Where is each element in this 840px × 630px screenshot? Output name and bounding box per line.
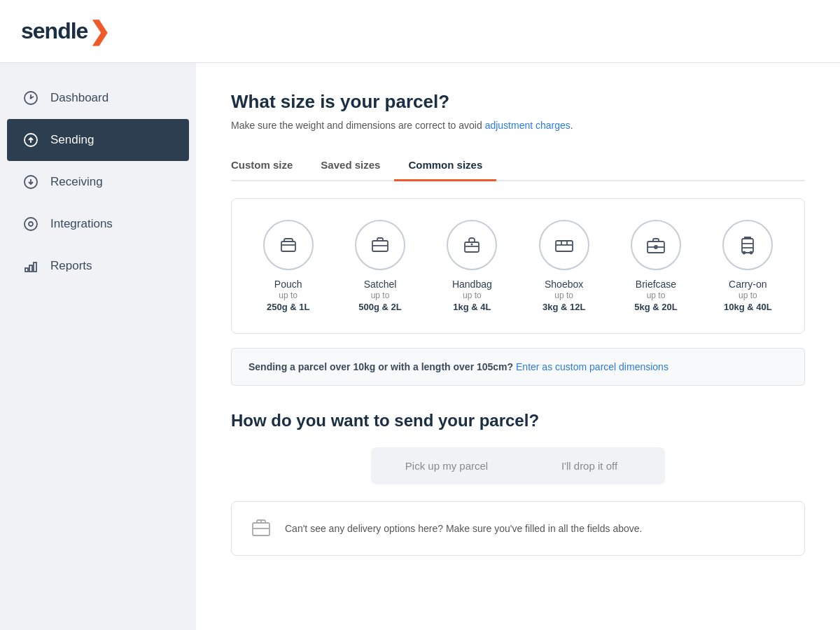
tab-saved[interactable]: Saved sizes	[307, 152, 394, 181]
size-name-briefcase: Briefcase	[636, 279, 676, 290]
svg-rect-10	[281, 241, 295, 251]
size-upto-satchel: up to	[371, 290, 390, 302]
layout: Dashboard Sending Receiving	[0, 63, 840, 630]
dropoff-button[interactable]: I'll drop it off	[518, 451, 661, 480]
sidebar-label-sending: Sending	[50, 133, 94, 147]
size-name-satchel: Satchel	[364, 279, 397, 290]
size-upto-handbag: up to	[463, 290, 482, 302]
pouch-icon	[263, 220, 314, 270]
size-weight-carryon: 10kg & 40L	[724, 302, 772, 312]
carryon-icon	[722, 220, 773, 270]
svg-rect-18	[556, 241, 573, 251]
sidebar-item-integrations[interactable]: Integrations	[0, 203, 196, 245]
size-item-pouch[interactable]: Pouch up to 250g & 1L	[246, 220, 330, 312]
satchel-icon	[355, 220, 405, 270]
sidebar-label-dashboard: Dashboard	[50, 91, 108, 105]
page-subtitle: Make sure the weight and dimensions are …	[231, 120, 805, 131]
size-upto-briefcase: up to	[647, 290, 666, 302]
sidebar-label-integrations: Integrations	[50, 217, 113, 231]
alert-box: Sending a parcel over 10kg or with a len…	[231, 348, 805, 386]
size-weight-pouch: 250g & 1L	[267, 302, 309, 312]
main-content: What size is your parcel? Make sure the …	[196, 63, 840, 630]
sidebar-item-receiving[interactable]: Receiving	[0, 161, 196, 203]
tab-common[interactable]: Common sizes	[394, 152, 496, 181]
size-weight-briefcase: 5kg & 20L	[634, 302, 677, 312]
size-weight-handbag: 1kg & 4L	[453, 302, 491, 312]
svg-rect-9	[34, 262, 36, 272]
sidebar-label-receiving: Receiving	[50, 175, 103, 189]
svg-point-17	[471, 244, 473, 246]
svg-rect-25	[742, 239, 753, 253]
integrations-icon	[21, 214, 41, 234]
alert-link[interactable]: Enter as custom parcel dimensions	[516, 361, 668, 372]
size-upto-carryon: up to	[738, 290, 757, 302]
send-method-title: How do you want to send your parcel?	[231, 411, 805, 430]
sidebar: Dashboard Sending Receiving	[0, 63, 196, 630]
size-upto-pouch: up to	[279, 290, 298, 302]
sending-icon	[21, 130, 41, 150]
sidebar-item-reports[interactable]: Reports	[0, 245, 196, 287]
svg-point-6	[24, 218, 37, 230]
receiving-icon	[21, 172, 41, 192]
subtitle-text: Make sure the weight and dimensions are …	[231, 120, 482, 131]
dashboard-icon	[21, 88, 41, 108]
svg-rect-8	[29, 265, 32, 272]
shoebox-icon	[539, 220, 589, 270]
size-name-handbag: Handbag	[452, 279, 492, 290]
size-item-shoebox[interactable]: Shoebox up to 3kg & 12L	[522, 220, 606, 312]
tab-custom[interactable]: Custom size	[231, 152, 307, 181]
sidebar-item-dashboard[interactable]: Dashboard	[0, 77, 196, 119]
size-item-briefcase[interactable]: Briefcase up to 5kg & 20L	[613, 220, 698, 312]
size-item-carryon[interactable]: Carry-on up to 10kg & 40L	[706, 220, 790, 312]
size-item-handbag[interactable]: Handbag up to 1kg & 4L	[430, 220, 514, 312]
size-name-carryon: Carry-on	[729, 279, 766, 290]
sidebar-label-reports: Reports	[50, 259, 92, 273]
alert-text: Sending a parcel over 10kg or with a len…	[248, 361, 513, 372]
delivery-notice: Can't see any delivery options here? Mak…	[231, 501, 805, 556]
logo-text: sendle	[21, 18, 88, 44]
handbag-icon	[447, 220, 497, 270]
size-weight-shoebox: 3kg & 12L	[542, 302, 585, 312]
svg-rect-7	[25, 268, 28, 272]
delivery-notice-text: Can't see any delivery options here? Mak…	[285, 523, 642, 534]
send-method-toggle: Pick up my parcel I'll drop it off	[371, 447, 665, 484]
page-title: What size is your parcel?	[231, 91, 805, 113]
size-item-satchel[interactable]: Satchel up to 500g & 2L	[337, 220, 422, 312]
header: sendle❯	[0, 0, 840, 63]
size-name-shoebox: Shoebox	[545, 279, 583, 290]
sidebar-item-sending[interactable]: Sending	[7, 119, 189, 161]
svg-rect-30	[253, 523, 270, 536]
pickup-button[interactable]: Pick up my parcel	[375, 451, 518, 480]
briefcase-icon	[631, 220, 681, 270]
sizes-container: Pouch up to 250g & 1L Satchel	[231, 198, 805, 334]
size-weight-satchel: 500g & 2L	[358, 302, 401, 312]
sizes-grid: Pouch up to 250g & 1L Satchel	[246, 220, 790, 312]
reports-icon	[21, 256, 41, 276]
delivery-notice-icon	[248, 516, 274, 541]
size-name-pouch: Pouch	[274, 279, 302, 290]
size-upto-shoebox: up to	[554, 290, 573, 302]
logo-arrow: ❯	[89, 17, 109, 46]
logo: sendle❯	[21, 17, 109, 46]
tabs: Custom size Saved sizes Common sizes	[231, 152, 805, 181]
adjustment-link[interactable]: adjustment charges	[485, 120, 570, 131]
